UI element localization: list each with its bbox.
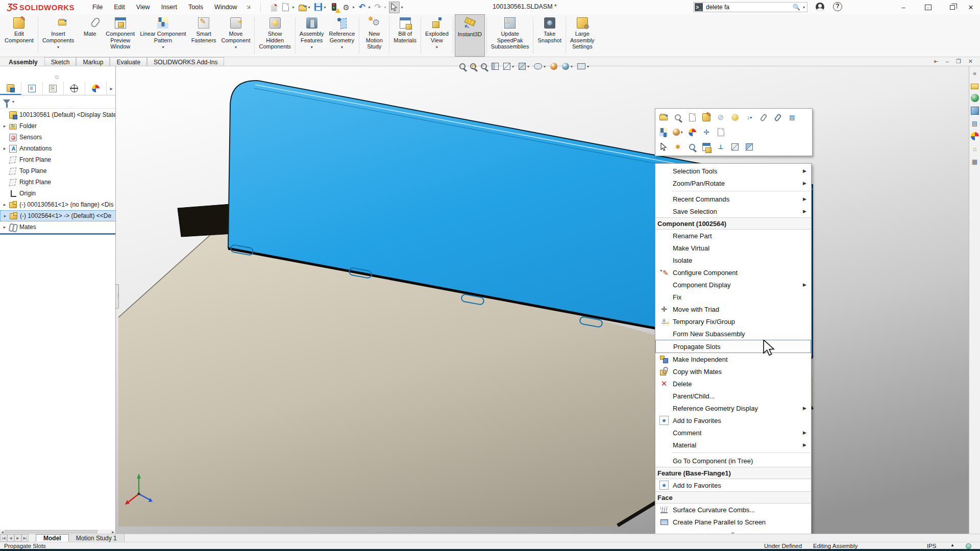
first-tab-icon[interactable]: |◀ [0, 534, 7, 542]
ribbon-assembly-features[interactable]: Assembly Features▾ [297, 14, 327, 57]
tab-solidworks-add-ins[interactable]: SOLIDWORKS Add-Ins [147, 57, 224, 66]
ribbon-mate[interactable]: Mate [77, 14, 103, 57]
edit-appearance-part-icon[interactable] [658, 127, 669, 137]
menu-item-configure-component[interactable]: Configure Component [655, 266, 811, 279]
display-style-button[interactable]: ▾ [519, 63, 529, 70]
scroll-left-icon[interactable]: ◀ [0, 530, 5, 534]
tab-model[interactable]: Model [36, 534, 69, 542]
new-document-button[interactable]: ▾ [281, 2, 296, 13]
move-with-triad-icon[interactable]: ✛ [701, 127, 712, 137]
ribbon-instant3d[interactable]: Instant3D [455, 14, 485, 57]
dropdown-arrow-icon[interactable]: ▾ [512, 64, 514, 69]
dropdown-arrow-icon[interactable]: ▾ [401, 5, 403, 10]
menu-item-rename-part[interactable]: Rename Part [655, 230, 811, 242]
dimxpertmanager-tab[interactable] [64, 82, 85, 95]
tab-markup[interactable]: Markup [76, 57, 110, 66]
user-account-icon[interactable] [816, 3, 824, 11]
menu-item-add-to-favorites-component[interactable]: Add to Favorites [655, 414, 811, 427]
sketch-icon[interactable]: ✱ [673, 142, 683, 152]
home-button[interactable] [268, 2, 280, 13]
menu-item-go-to-component[interactable]: Go To Component (in Tree) [655, 455, 811, 467]
search-input[interactable]: delete fa [703, 4, 793, 11]
span-displays-button[interactable]: ↔ [917, 0, 939, 14]
view-orientation-button[interactable]: ▾ [503, 63, 514, 70]
dropdown-arrow-icon[interactable]: ▾ [384, 5, 386, 10]
menu-item-zoom-pan-rotate[interactable]: Zoom/Pan/Rotate▶ [655, 177, 811, 189]
magnify-selection-icon[interactable] [673, 112, 683, 122]
popup-arrow-icon[interactable]: ▲ [950, 543, 954, 547]
search-box[interactable]: >_ delete fa 🔍 ▾ [693, 2, 807, 12]
custom-properties-icon[interactable]: ▦ [971, 158, 979, 166]
select-tool-button[interactable] [389, 2, 400, 13]
scroll-right-icon[interactable]: ▶ [111, 530, 115, 534]
ribbon-reference-geometry[interactable]: Reference Geometry▾ [327, 14, 358, 57]
menu-item-recent-commands[interactable]: Recent Commands▶ [655, 193, 811, 205]
menu-item-make-independent[interactable]: Make Independent [655, 353, 811, 365]
ribbon-move-component[interactable]: Move Component▾ [219, 14, 253, 57]
dropdown-arrow-icon[interactable]: ▾ [292, 5, 294, 10]
menu-item-parent-child[interactable]: Parent/Child... [655, 390, 811, 402]
tab-motion-study-1[interactable]: Motion Study 1 [69, 534, 125, 542]
close-doc-icon[interactable]: ✕ [968, 58, 973, 65]
ribbon-insert-components[interactable]: Insert Components▾ [40, 14, 77, 57]
dropdown-arrow-icon[interactable]: ▾ [544, 64, 546, 69]
menu-item-fix[interactable]: Fix [655, 291, 811, 303]
menu-item-temporary-fix-group[interactable]: ⚓Temporary Fix/Group [655, 315, 811, 328]
menu-item-component-display[interactable]: Component Display▶ [655, 279, 811, 291]
restore-doc-icon[interactable]: ❐ [956, 58, 961, 65]
tree-item-part-000130561[interactable]: ▸ (-) 000130561<1> (no flange) <Dis [0, 199, 116, 210]
menu-file[interactable]: File [88, 2, 107, 13]
menu-item-create-plane-parallel[interactable]: Create Plane Parallel to Screen [655, 516, 811, 528]
menu-item-move-with-triad[interactable]: ✛Move with Triad [655, 303, 811, 315]
menu-item-form-new-subassembly[interactable]: Form New Subassembly [655, 328, 811, 340]
section-view-button[interactable] [492, 63, 499, 70]
menu-view[interactable]: View [132, 2, 155, 13]
dock-icon[interactable]: ⇤ [934, 58, 939, 65]
view-palette-icon[interactable] [971, 107, 979, 115]
tree-item-sensors[interactable]: Sensors [0, 132, 116, 143]
close-button[interactable]: ✕ [962, 0, 980, 14]
expand-arrow-icon[interactable]: ▸ [1, 146, 8, 151]
appearance-dropdown-icon[interactable]: ▾ [673, 127, 683, 137]
isolate-box-icon[interactable] [730, 142, 740, 152]
featuremanager-tab[interactable] [0, 82, 21, 95]
section-box-icon[interactable] [744, 142, 754, 152]
menu-item-material[interactable]: Material▶ [655, 439, 811, 451]
zoom-to-selection-icon[interactable] [687, 142, 697, 152]
tree-display-icon[interactable]: ▤ [787, 112, 797, 122]
ribbon-large-assembly-settings[interactable]: Large Assembly Settings [568, 14, 597, 57]
search-icon[interactable]: 🔍 [793, 4, 800, 11]
dropdown-arrow-icon[interactable]: ▾ [311, 45, 313, 49]
dropdown-arrow-icon[interactable]: ▾ [324, 5, 326, 10]
design-library-icon[interactable] [971, 84, 978, 89]
panel-horizontal-scrollbar[interactable]: ◀ ▶ [0, 530, 116, 534]
expand-arrow-icon[interactable]: ▸ [1, 123, 8, 129]
next-tab-icon[interactable]: ▶ [14, 534, 21, 542]
menu-item-surface-curvature-combs[interactable]: Surface Curvature Combs... [655, 504, 811, 516]
filter-dropdown-icon[interactable]: ▾ [12, 99, 14, 104]
appearances-icon[interactable] [971, 132, 979, 140]
dropdown-arrow-icon[interactable]: ▾ [308, 5, 310, 10]
hide-component-icon[interactable]: ⊘ [716, 112, 726, 122]
graphics-viewport[interactable] [116, 66, 969, 534]
units-selector[interactable]: IPS [927, 543, 937, 549]
edit-part-icon[interactable] [701, 112, 712, 122]
redo-button[interactable]: ↷▾ [373, 2, 388, 13]
search-dropdown-icon[interactable]: ▾ [803, 5, 805, 10]
rollback-bar[interactable] [0, 233, 116, 235]
show-with-dependents-icon[interactable] [730, 112, 740, 122]
dropdown-arrow-icon[interactable]: ▾ [162, 45, 164, 49]
menu-tools[interactable]: Tools [184, 2, 208, 13]
minimize-doc-icon[interactable]: – [946, 58, 949, 65]
menu-item-propagate-slots[interactable]: Propagate Slots [655, 340, 811, 353]
tree-item-origin[interactable]: Origin [0, 188, 116, 199]
document-reload-icon[interactable] [687, 112, 697, 122]
panel-tabs-overflow-icon[interactable]: ▸ [107, 82, 116, 95]
tree-item-folder[interactable]: ▸ Folder [0, 120, 116, 132]
menu-item-isolate[interactable]: Isolate [655, 254, 811, 266]
minimize-button[interactable]: – [892, 0, 915, 14]
panel-grip-icon[interactable] [55, 76, 59, 79]
hide-show-items-button[interactable]: ▾ [534, 63, 546, 69]
tree-item-annotations[interactable]: ▸ Annotations [0, 143, 116, 154]
view-settings-button[interactable]: ▾ [577, 63, 589, 69]
